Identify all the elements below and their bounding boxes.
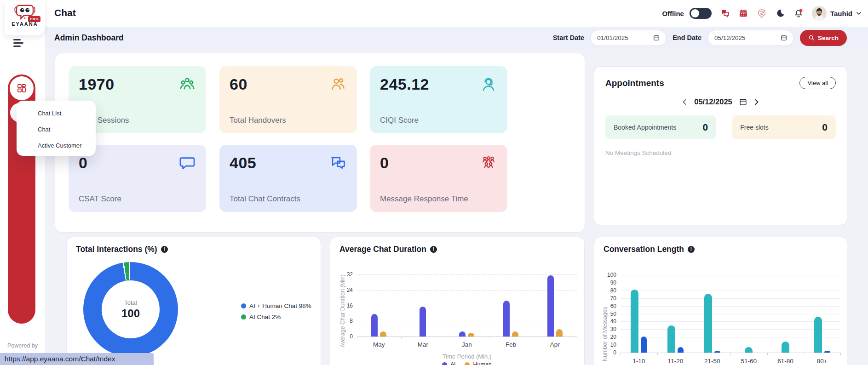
- bar: [556, 329, 563, 336]
- calendar-glyph-icon[interactable]: [739, 98, 747, 106]
- chevron-down-icon: [856, 11, 862, 16]
- start-date-input[interactable]: 01/01/2025: [590, 30, 667, 46]
- date-filters: Start Date 01/01/2025 End Date 05/12/202…: [553, 30, 868, 46]
- notifications-bell-icon[interactable]: [793, 8, 804, 18]
- legend-label: AI + Human Chat 98%: [249, 302, 311, 309]
- dark-mode-moon-icon[interactable]: [775, 8, 785, 18]
- legend-dot: [241, 303, 246, 308]
- stat-total-handovers: 60 Total Handovers: [219, 66, 357, 133]
- stat-label: Total Handovers: [230, 116, 286, 125]
- bar: [782, 342, 789, 353]
- brand-logo[interactable]: PRO EYAANA: [5, 1, 45, 35]
- user-menu[interactable]: Tauhid: [812, 6, 862, 21]
- offline-label: Offline: [662, 10, 684, 17]
- no-meetings-text: No Meetings Scheduled: [605, 149, 836, 156]
- end-date-input[interactable]: 05/12/2025: [707, 30, 794, 46]
- chart-legend: AiHuman: [357, 361, 577, 365]
- y-tick-label: 0: [613, 349, 616, 356]
- bar: [824, 351, 830, 353]
- bar: [547, 275, 554, 336]
- axis-tick: [445, 336, 445, 339]
- bar: [371, 314, 378, 336]
- bar-plot-area: 0102030405060708090100: [621, 275, 840, 353]
- x-tick-label: 51-60: [730, 358, 767, 365]
- axis-tick: [730, 353, 731, 355]
- bar: [631, 290, 638, 353]
- prev-day-chevron-icon[interactable]: [682, 99, 687, 105]
- y-tick-label: 10: [610, 342, 616, 348]
- free-slots-label: Free slots: [740, 124, 768, 131]
- booked-appointments-label: Booked Appointments: [614, 124, 676, 131]
- appointments-date[interactable]: 05/12/2025: [694, 97, 732, 106]
- axis-tick: [694, 353, 694, 355]
- chat-messages-icon[interactable]: [720, 8, 730, 18]
- chart-title: Total Interactions (%): [76, 245, 168, 254]
- submenu-item-chat-list[interactable]: Chat List: [17, 105, 96, 121]
- stat-label: CIQI Score: [380, 116, 419, 125]
- bar: [745, 347, 753, 353]
- chart-title: Average Chat Duration: [339, 245, 437, 254]
- bar-plot-area: 08162432: [357, 274, 577, 336]
- booked-appointments-tile: Booked Appointments 0: [605, 115, 716, 139]
- search-button[interactable]: Search: [800, 30, 847, 46]
- bar: [420, 307, 426, 336]
- admin-filter-bar: Admin Dashboard Start Date 01/01/2025 En…: [45, 27, 868, 49]
- sidebar-item-dashboard[interactable]: [10, 76, 34, 100]
- calendar-icon[interactable]: [738, 8, 748, 18]
- bar: [667, 325, 675, 353]
- legend-dot: [241, 314, 246, 319]
- user-name: Tauhid: [830, 10, 852, 17]
- ai-brain-icon[interactable]: [757, 8, 767, 18]
- menu-toggle-button[interactable]: [13, 39, 23, 49]
- axis-tick: [357, 336, 357, 339]
- chart-title-text: Average Chat Duration: [339, 245, 426, 254]
- axis-tick: [804, 353, 804, 355]
- axis-tick: [621, 353, 621, 355]
- stat-label: CSAT Score: [79, 194, 121, 204]
- donut-total-label: Total: [124, 299, 137, 306]
- axis-tick: [489, 336, 489, 339]
- view-all-button[interactable]: View all: [799, 77, 836, 89]
- stat-ciqi-score: 245.12 CIQI Score: [370, 66, 507, 133]
- x-tick-label: 11-20: [657, 358, 694, 365]
- main-content: 1970 Total Sessions 60 Total Handovers 2…: [45, 49, 868, 365]
- bar: [704, 294, 712, 353]
- info-icon[interactable]: [430, 246, 437, 253]
- end-date-value: 05/12/2025: [714, 34, 746, 41]
- status-bar-url: https://app.eyaana.com/Chat/Index: [0, 353, 154, 365]
- y-tick-label: 90: [610, 279, 616, 286]
- bar: [512, 331, 518, 336]
- donut-chart: Total 100: [83, 262, 178, 357]
- y-tick-label: 70: [610, 295, 616, 302]
- bar-group: [767, 275, 804, 353]
- legend-dot: [442, 362, 447, 365]
- free-slots-tile: Free slots 0: [732, 115, 836, 139]
- y-tick-label: 100: [607, 272, 616, 278]
- legend-item: AI Chat 2%: [241, 314, 311, 320]
- page-title: Chat: [54, 7, 76, 18]
- bar-groups: [357, 274, 577, 336]
- conversation-length-card: Conversation Length Number of Messages 0…: [594, 237, 847, 365]
- search-icon: [808, 34, 815, 41]
- y-tick-label: 8: [350, 318, 353, 324]
- offline-toggle[interactable]: [690, 8, 712, 19]
- free-slots-value: 0: [822, 122, 828, 133]
- submenu-item-chat[interactable]: Chat: [17, 121, 96, 137]
- axis-tick: [767, 353, 768, 355]
- dashboard-icon: [16, 83, 27, 94]
- legend-item: Human: [465, 361, 491, 365]
- info-icon[interactable]: [688, 246, 695, 253]
- y-tick-label: 32: [347, 271, 353, 278]
- bar-group: [357, 274, 401, 336]
- stat-message-response-time: 0 Message Response Time: [370, 145, 507, 212]
- next-day-chevron-icon[interactable]: [754, 99, 759, 105]
- info-icon[interactable]: [161, 246, 168, 253]
- two-users-icon: [329, 75, 347, 93]
- axis-tick: [577, 336, 577, 339]
- appointments-date-nav: 05/12/2025: [605, 97, 836, 106]
- stat-label: Message Response Time: [380, 194, 468, 204]
- appointments-panel: Appointments View all 05/12/2025 Booked …: [594, 66, 847, 225]
- x-axis-categories: 1-1011-2021-5051-6061-8080+: [621, 358, 840, 365]
- submenu-item-active-customer[interactable]: Active Customer: [17, 137, 96, 154]
- avatar: [812, 6, 827, 21]
